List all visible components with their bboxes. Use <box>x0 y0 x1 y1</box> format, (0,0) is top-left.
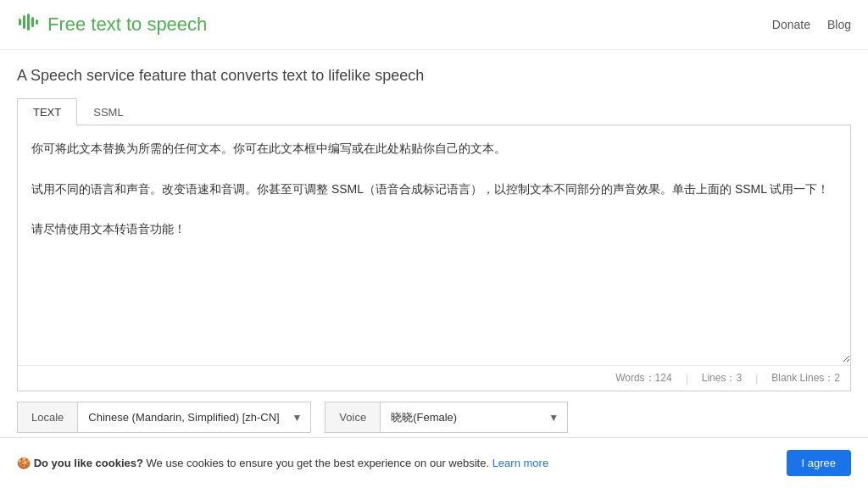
blog-link[interactable]: Blog <box>827 18 851 31</box>
locale-select[interactable]: Chinese (Mandarin, Simplified) [zh-CN] E… <box>78 402 310 432</box>
logo-text: Free text to speech <box>47 14 207 36</box>
voice-label: Voice <box>325 402 381 433</box>
locale-label: Locale <box>17 402 78 433</box>
textarea-wrapper: Words：124 | Lines：3 | Blank Lines：2 <box>17 125 851 391</box>
svg-rect-4 <box>36 19 38 25</box>
blank-lines-stat: Blank Lines：2 <box>771 371 840 385</box>
text-input[interactable] <box>18 125 850 363</box>
voice-select[interactable]: 晓晓(Female) 云扬(Male) <box>381 402 567 432</box>
locale-control-group: Locale Chinese (Mandarin, Simplified) [z… <box>17 402 311 433</box>
locale-select-wrapper: Chinese (Mandarin, Simplified) [zh-CN] E… <box>78 402 311 433</box>
header-nav: Donate Blog <box>772 18 851 31</box>
logo-area: Free text to speech <box>17 10 207 39</box>
voice-control-group: Voice 晓晓(Female) 云扬(Male) ▼ <box>325 402 568 433</box>
donate-link[interactable]: Donate <box>772 18 810 31</box>
main-content: A Speech service feature that converts t… <box>0 50 868 448</box>
svg-rect-2 <box>27 14 30 30</box>
words-stat: Words：124 <box>615 371 671 385</box>
cookie-banner: 🍪 Do you like cookies? We use cookies to… <box>0 437 868 448</box>
logo-icon <box>17 10 41 39</box>
tab-text[interactable]: TEXT <box>17 98 77 125</box>
separator-2: | <box>755 373 758 385</box>
svg-rect-1 <box>23 15 25 29</box>
subtitle: A Speech service feature that converts t… <box>17 67 851 85</box>
svg-rect-3 <box>31 17 34 27</box>
tab-ssml[interactable]: SSML <box>77 98 139 125</box>
voice-select-wrapper: 晓晓(Female) 云扬(Male) ▼ <box>381 402 568 433</box>
lines-stat: Lines：3 <box>702 371 742 385</box>
tabs: TEXT SSML <box>17 98 851 125</box>
controls-row: Locale Chinese (Mandarin, Simplified) [z… <box>17 391 851 440</box>
header: Free text to speech Donate Blog <box>0 0 868 50</box>
svg-rect-0 <box>19 19 21 25</box>
separator-1: | <box>686 373 688 385</box>
textarea-stats: Words：124 | Lines：3 | Blank Lines：2 <box>18 365 850 391</box>
